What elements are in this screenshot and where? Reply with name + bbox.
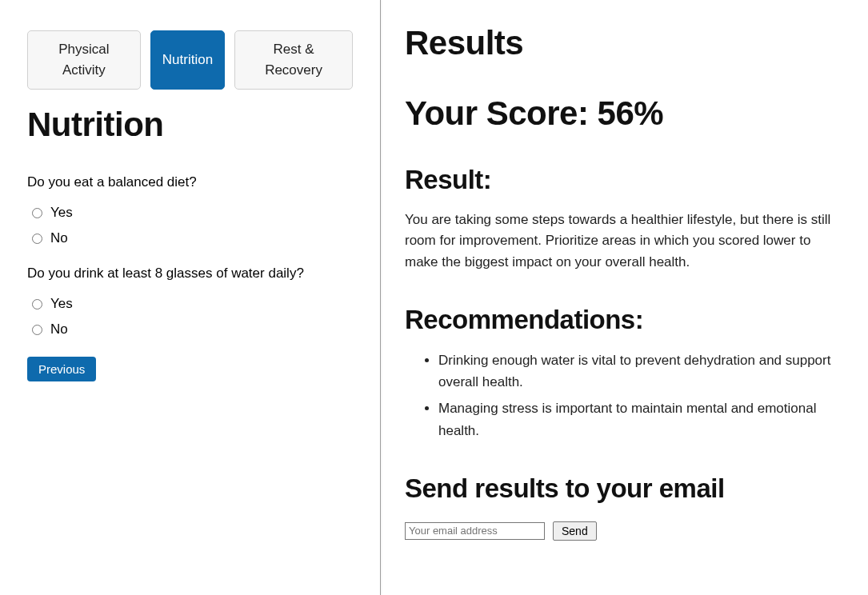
right-panel: Results Your Score: 56% Result: You are … (381, 0, 868, 595)
question-2-text: Do you drink at least 8 glasses of water… (27, 266, 353, 282)
question-1-option-no[interactable]: No (32, 230, 353, 246)
radio-q1-no[interactable] (32, 234, 42, 244)
tab-rest-recovery[interactable]: Rest & Recovery (234, 30, 353, 90)
recommendation-item: Drinking enough water is vital to preven… (438, 349, 841, 393)
radio-q2-yes[interactable] (32, 299, 42, 309)
send-button[interactable]: Send (553, 521, 597, 541)
previous-button[interactable]: Previous (27, 357, 96, 381)
question-2-option-yes[interactable]: Yes (32, 296, 353, 312)
recommendations-list: Drinking enough water is vital to preven… (405, 349, 841, 441)
email-heading: Send results to your email (405, 473, 841, 504)
question-1-text: Do you eat a balanced diet? (27, 174, 353, 190)
radio-q2-no[interactable] (32, 325, 42, 335)
score-value: 56% (598, 94, 664, 132)
question-1-options: Yes No (27, 205, 353, 246)
option-label: No (50, 230, 68, 246)
question-2-option-no[interactable]: No (32, 321, 353, 337)
email-row: Send (405, 521, 841, 541)
result-body: You are taking some steps towards a heal… (405, 210, 841, 273)
option-label: Yes (50, 296, 73, 312)
tab-nutrition[interactable]: Nutrition (150, 30, 225, 90)
score-label: Your Score: (405, 94, 598, 132)
email-input[interactable] (405, 522, 545, 540)
tab-physical-activity[interactable]: Physical Activity (27, 30, 141, 90)
score-line: Your Score: 56% (405, 94, 841, 133)
recommendation-item: Managing stress is important to maintain… (438, 397, 841, 441)
recommendations-heading: Recommendations: (405, 305, 841, 335)
left-panel: Physical Activity Nutrition Rest & Recov… (0, 0, 380, 595)
option-label: No (50, 321, 68, 337)
radio-q1-yes[interactable] (32, 208, 42, 218)
tab-bar: Physical Activity Nutrition Rest & Recov… (27, 30, 353, 90)
option-label: Yes (50, 205, 73, 221)
result-heading: Result: (405, 165, 841, 195)
question-2-options: Yes No (27, 296, 353, 337)
results-title: Results (405, 24, 841, 62)
question-1-option-yes[interactable]: Yes (32, 205, 353, 221)
section-heading: Nutrition (27, 106, 353, 144)
